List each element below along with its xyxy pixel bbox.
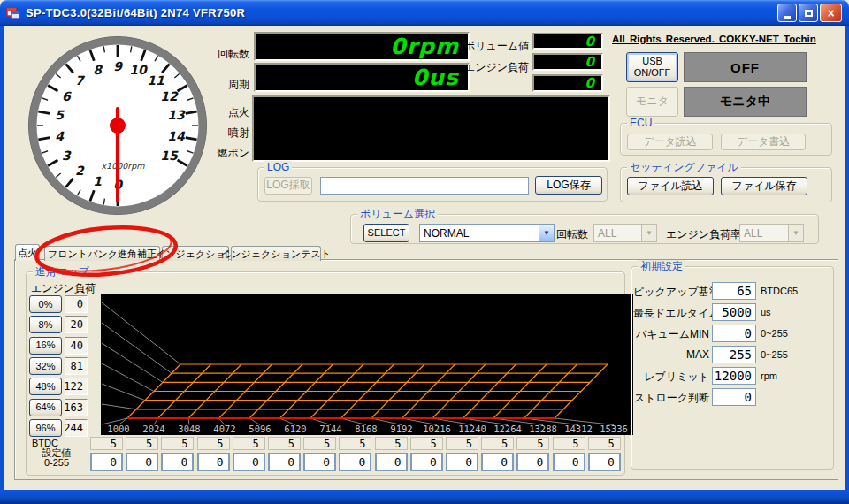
btdc-cell: 5: [516, 437, 549, 450]
signal-monitor-display: [252, 95, 610, 162]
init-setting-input[interactable]: 0: [712, 325, 756, 342]
init-setting-label: レブリミット: [633, 370, 709, 385]
init-setting-input[interactable]: 0: [712, 388, 756, 406]
rpm-filter-combo[interactable]: ALL ▼: [593, 224, 657, 242]
load-row-button-64%[interactable]: 64%: [29, 399, 62, 416]
tab-ignition[interactable]: 点火: [15, 244, 40, 261]
svg-text:9: 9: [113, 59, 123, 73]
setting-cell[interactable]: 0: [233, 453, 265, 471]
load-row-value[interactable]: 244: [65, 419, 88, 437]
load-row-value[interactable]: 81: [65, 357, 88, 375]
engine-load-display: 0: [532, 53, 603, 71]
load-row-value[interactable]: 122: [65, 378, 88, 395]
setting-cell[interactable]: 0: [339, 453, 371, 471]
btdc-cell: 5: [446, 437, 478, 450]
btdc-cell: 5: [268, 437, 301, 450]
init-setting-label: MAX: [633, 348, 709, 361]
svg-text:4072: 4072: [213, 424, 235, 434]
btdc-cell: 5: [588, 437, 621, 450]
usb-button-line2: ON/OFF: [634, 67, 671, 79]
svg-text:10: 10: [129, 63, 148, 77]
ecu-group-label: ECU: [627, 117, 654, 129]
rpm-label: 回転数: [196, 47, 249, 62]
svg-text:5: 5: [55, 108, 65, 122]
load-row-value[interactable]: 20: [65, 316, 88, 333]
maximize-button[interactable]: [799, 4, 818, 22]
window-border-left: [0, 26, 4, 504]
volume-label: ボリューム値: [460, 39, 529, 54]
setting-cell[interactable]: 0: [126, 453, 158, 471]
setting-cell[interactable]: 0: [268, 453, 301, 471]
log-filename-field[interactable]: [320, 177, 529, 195]
load-filter-combo[interactable]: ALL ▼: [739, 224, 804, 242]
tab-1[interactable]: フロントバンク進角補正: [44, 246, 160, 261]
load-row-value[interactable]: 40: [65, 337, 88, 355]
tab-2[interactable]: インジェクション: [162, 246, 229, 261]
init-setting-unit: BTDC65: [761, 286, 798, 296]
volume-combo[interactable]: NORMAL ▼: [419, 224, 555, 242]
file-save-button[interactable]: ファイル保存: [721, 177, 807, 195]
minimize-button[interactable]: [777, 4, 797, 22]
init-setting-input[interactable]: 255: [712, 346, 756, 363]
setting-cell[interactable]: 0: [161, 453, 194, 471]
load-row-button-0%[interactable]: 0%: [29, 295, 62, 313]
tachometer-gauge: 0123456789101112131415x1000rpm: [25, 33, 210, 218]
load-row-button-48%[interactable]: 48%: [29, 378, 62, 395]
log-capture-button[interactable]: LOG採取: [264, 177, 312, 195]
maximize-icon: [805, 10, 813, 17]
setting-cell[interactable]: 0: [446, 453, 478, 471]
usb-button-line1: USB: [642, 56, 662, 67]
volume-display: 0: [532, 33, 603, 50]
log-save-button[interactable]: LOG保存: [535, 176, 602, 195]
monitor-button[interactable]: モニタ: [626, 87, 678, 117]
load-row-button-96%[interactable]: 96%: [29, 419, 62, 437]
btdc-cell: 5: [161, 437, 194, 450]
svg-text:x1000rpm: x1000rpm: [102, 161, 146, 171]
load-row-button-32%[interactable]: 32%: [29, 357, 62, 375]
ecu-data-read-button[interactable]: データ読込: [627, 134, 713, 150]
log-group: LOG LOG採取 LOG保存: [257, 167, 608, 202]
init-setting-unit: us: [761, 307, 771, 317]
init-setting-input[interactable]: 65: [712, 282, 756, 300]
setting-cell[interactable]: 0: [410, 453, 443, 471]
titlebar[interactable]: SP-TDC3.0(32Bit/64Bit) 2N74 VFR750R ×: [0, 0, 849, 26]
svg-text:6120: 6120: [284, 424, 306, 434]
svg-text:2024: 2024: [142, 424, 164, 434]
init-setting-input[interactable]: 5000: [712, 303, 756, 321]
period-label: 周期: [196, 77, 249, 92]
window-border-bottom: [0, 490, 849, 504]
load-row-value[interactable]: 163: [65, 399, 88, 416]
usb-onoff-button[interactable]: USB ON/OFF: [626, 52, 678, 82]
tab-3[interactable]: インジェクションテスト: [231, 246, 321, 261]
init-setting-input[interactable]: 12000: [712, 367, 756, 385]
svg-text:15336: 15336: [600, 424, 628, 434]
btdc-cell: 5: [303, 437, 336, 450]
init-setting-label: ピックアップ基準: [633, 285, 709, 300]
setting-cell[interactable]: 0: [90, 453, 123, 471]
rpm-value: 0rpm: [390, 34, 468, 59]
load-row-button-16%[interactable]: 16%: [29, 337, 62, 355]
setting-cell[interactable]: 0: [375, 453, 408, 471]
setting-range-text: 0-255: [28, 458, 85, 468]
setting-cell[interactable]: 0: [481, 453, 514, 471]
svg-text:3048: 3048: [178, 424, 200, 434]
btdc-cell: 5: [233, 437, 265, 450]
svg-text:8: 8: [93, 63, 103, 77]
select-button[interactable]: SELECT: [363, 224, 409, 242]
load-row-value[interactable]: 0: [65, 295, 88, 313]
volume-value: 0: [585, 34, 601, 50]
setting-cell[interactable]: 0: [197, 453, 230, 471]
ecu-data-write-button[interactable]: データ書込: [721, 134, 806, 150]
close-button[interactable]: ×: [820, 4, 842, 22]
setting-cell[interactable]: 0: [303, 453, 336, 471]
setting-cell[interactable]: 0: [553, 453, 585, 471]
svg-text:10216: 10216: [423, 424, 451, 434]
rpm-filter-value: ALL: [594, 225, 641, 241]
setting-cell[interactable]: 0: [516, 453, 549, 471]
load-row-button-8%[interactable]: 8%: [29, 316, 62, 333]
svg-text:3: 3: [62, 149, 72, 163]
setting-cell[interactable]: 0: [588, 453, 621, 471]
load-axis-label: エンジン負荷: [31, 281, 102, 296]
file-load-button[interactable]: ファイル読込: [627, 177, 714, 195]
rpm-display: 0rpm: [254, 32, 470, 61]
